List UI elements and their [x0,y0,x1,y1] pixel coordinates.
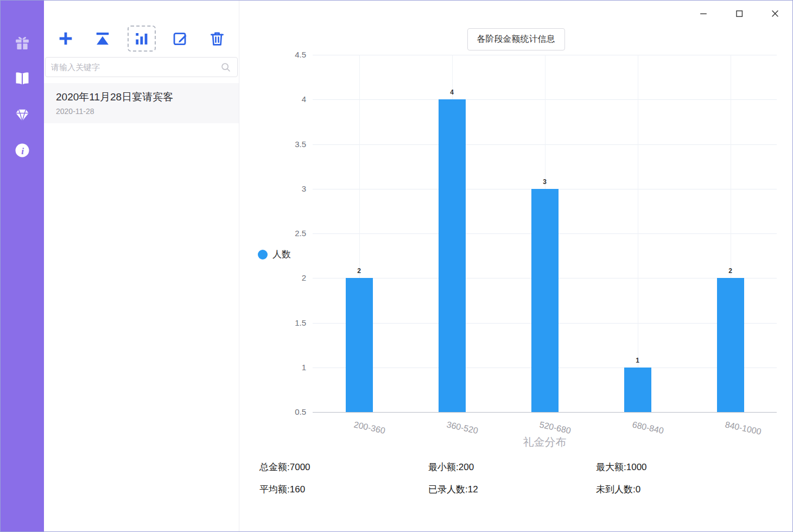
svg-text:i: i [21,145,24,156]
search-box [45,57,238,77]
record-title: 2020年11月28日宴请宾客 [56,90,230,104]
y-axis-tick-label: 3.5 [239,140,306,149]
stat-item: 平均额:160 [259,483,428,496]
bar-value-label: 3 [531,178,559,186]
bar-value-label: 1 [624,357,651,364]
trash-icon [208,30,226,47]
bar[interactable] [439,99,466,412]
close-icon [770,8,781,19]
search-input[interactable] [51,62,220,72]
stat-item: 总金额:7000 [259,461,428,473]
legend-label: 人数 [272,248,291,261]
window-controls [694,5,785,22]
stat-item: 未到人数:0 [596,483,647,496]
edit-icon [172,30,189,47]
bar[interactable] [346,278,373,412]
delete-button[interactable] [205,27,229,50]
y-axis-tick-label: 4.5 [239,50,306,59]
y-axis-tick-label: 2.5 [239,229,306,238]
nav-rail: i [1,1,44,531]
maximize-button[interactable] [729,5,749,22]
app-window: i [0,0,793,532]
legend-item[interactable]: 人数 [258,248,291,261]
record-panel: 2020年11月28日宴请宾客 2020-11-28 [44,1,239,531]
mountain-icon [94,30,111,47]
bar[interactable] [531,189,559,412]
chart-area: 各阶段金额统计信息 0.511.522.533.544.52200-360436… [239,1,792,531]
stat-item: 最大额:1000 [596,461,647,473]
x-axis-tick-label: 680-840 [631,420,664,436]
bar-chart-icon [133,30,150,47]
y-axis-tick-label: 4 [239,94,306,104]
bar-chart: 0.511.522.533.544.52200-3604360-5203520-… [239,1,792,531]
y-axis-tick-label: 1 [239,363,306,372]
x-axis-tick-label: 200-360 [353,420,386,436]
panel-toolbar [54,24,229,53]
x-axis-tick-label: 520-680 [538,420,572,436]
list-item[interactable]: 2020年11月28日宴请宾客 2020-11-28 [44,83,239,123]
edit-button[interactable] [168,27,192,50]
bar[interactable] [717,278,744,412]
y-axis-tick-label: 2 [239,273,306,282]
bar-value-label: 2 [346,267,373,275]
minimize-icon [698,8,709,19]
add-button[interactable] [54,27,78,50]
import-button[interactable] [91,27,115,50]
gem-icon[interactable] [14,106,31,123]
x-axis-title: 礼金分布 [313,435,777,449]
plus-icon [57,30,74,47]
legend-swatch [258,250,268,259]
minimize-button[interactable] [694,5,713,22]
close-button[interactable] [765,5,785,22]
y-axis-tick-label: 3 [239,184,306,193]
stat-item: 已录人数:12 [428,483,596,496]
bar[interactable] [624,368,651,412]
record-list: 2020年11月28日宴请宾客 2020-11-28 [44,83,239,123]
maximize-icon [734,8,745,19]
book-icon[interactable] [14,70,31,87]
gift-icon[interactable] [14,34,31,52]
stats: 总金额:7000最小额:200最大额:1000平均额:160已录人数:12未到人… [259,461,647,496]
bar-value-label: 2 [717,267,744,275]
y-axis-tick-label: 1.5 [239,318,306,327]
x-axis-tick-label: 360-520 [446,420,479,436]
record-date: 2020-11-28 [56,107,230,116]
bar-value-label: 4 [439,88,466,96]
chart-button[interactable] [128,26,156,52]
stat-item: 最小额:200 [428,461,596,473]
h-gridline [313,412,777,413]
info-icon[interactable]: i [14,142,31,159]
y-axis-tick-label: 0.5 [239,407,306,416]
search-icon [220,61,232,73]
